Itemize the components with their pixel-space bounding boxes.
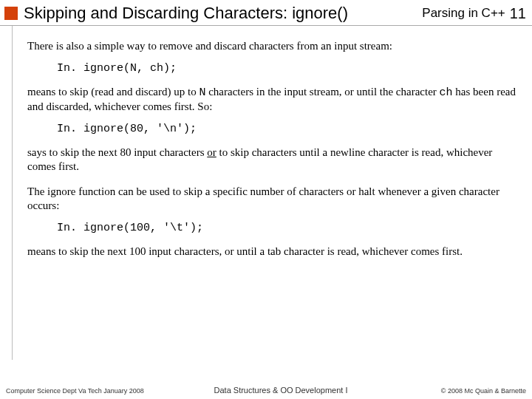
text: characters in the input stream, or until…: [205, 86, 439, 98]
code-block: In. ignore(100, '\t');: [57, 222, 516, 236]
paragraph: The ignore function can be used to skip …: [27, 185, 516, 213]
paragraph: says to skip the next 80 input character…: [27, 146, 516, 174]
text: says to skip the next 80 input character…: [27, 146, 207, 158]
text: means to skip (read and discard) up to: [27, 86, 199, 98]
code-block: In. ignore(80, '\n');: [57, 123, 516, 137]
slide-body: There is also a simple way to remove and…: [12, 26, 532, 360]
page-number: 11: [510, 5, 526, 22]
slide: Skipping and Discarding Characters: igno…: [0, 0, 532, 399]
slide-title: Skipping and Discarding Characters: igno…: [24, 4, 417, 23]
slide-header: Skipping and Discarding Characters: igno…: [0, 0, 532, 25]
underlined-text: or: [207, 146, 216, 158]
footer-center: Data Structures & OO Development I: [168, 386, 393, 395]
square-bullet-icon: [4, 7, 18, 20]
paragraph: means to skip the next 100 input charact…: [27, 245, 516, 259]
footer-right: © 2008 Mc Quain & Barnette: [393, 387, 526, 395]
paragraph: There is also a simple way to remove and…: [27, 39, 516, 53]
inline-code: ch: [440, 86, 453, 99]
slide-subtitle: Parsing in C++: [422, 6, 505, 21]
slide-footer: Computer Science Dept Va Tech January 20…: [0, 386, 532, 395]
footer-left: Computer Science Dept Va Tech January 20…: [6, 387, 168, 395]
code-block: In. ignore(N, ch);: [57, 62, 516, 76]
paragraph: means to skip (read and discard) up to N…: [27, 85, 516, 115]
